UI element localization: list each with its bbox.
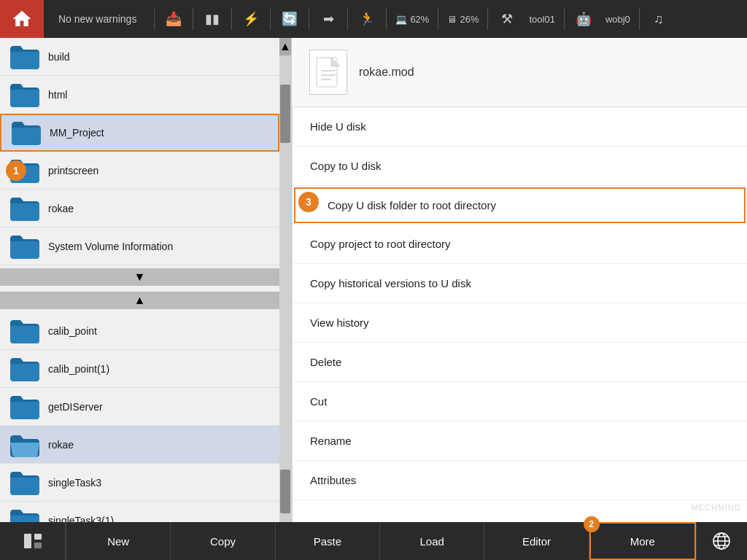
cpu-stat: 💻 62% <box>390 14 435 25</box>
folder-open-icon <box>9 432 39 457</box>
separator7 <box>386 8 387 30</box>
list-item[interactable]: getDIServer <box>0 388 279 426</box>
copy-label: Copy <box>210 535 236 548</box>
folder-icon <box>9 470 39 495</box>
context-menu: Hide U disk Copy to U disk 3 Copy U disk… <box>292 107 747 560</box>
menu-item-rename[interactable]: Rename <box>293 421 747 461</box>
list-item[interactable]: System Volume Information <box>0 228 279 265</box>
separator <box>154 8 155 30</box>
scroll-up-mid[interactable]: ▲ <box>0 289 279 312</box>
list-item-mm-project[interactable]: MM_Project <box>0 114 279 152</box>
folder-icon <box>9 357 39 381</box>
forward-icon[interactable]: 🔄 <box>274 0 306 38</box>
folder-icon <box>9 196 39 221</box>
file-name: singleTask3 <box>48 477 101 489</box>
settings-icon[interactable]: ⚒ <box>491 0 523 38</box>
bottom-toolbar: New Copy Paste Load Editor 2 More <box>0 522 747 560</box>
arrow-icon[interactable]: ➡ <box>312 0 344 38</box>
badge-3: 3 <box>298 192 319 212</box>
file-name: build <box>48 51 70 63</box>
svg-rect-5 <box>34 534 42 540</box>
list-item[interactable]: rokae <box>0 190 279 228</box>
menu-item-copy-udisk[interactable]: Copy to U disk <box>293 147 747 186</box>
new-label: New <box>107 535 129 548</box>
list-item[interactable]: calib_point <box>0 312 279 350</box>
main-content: 1 ▲ build html MM_ <box>0 38 747 560</box>
separator2 <box>193 8 193 30</box>
separator4 <box>270 8 271 30</box>
list-item[interactable]: build <box>0 38 279 76</box>
menu-item-view-history[interactable]: View history <box>293 303 747 343</box>
folder-icon <box>9 44 39 69</box>
copy-button[interactable]: Copy <box>171 522 275 560</box>
preview-filename: rokae.mod <box>359 66 414 79</box>
separator6 <box>347 8 348 30</box>
menu-item-hide-udisk[interactable]: Hide U disk <box>293 107 747 147</box>
run-icon[interactable]: 🏃 <box>351 0 383 38</box>
file-name: rokae <box>48 203 74 214</box>
file-name: calib_point <box>48 325 97 337</box>
editor-label: Editor <box>522 535 551 548</box>
folder-icon <box>9 319 39 343</box>
badge-2: 2 <box>584 516 600 532</box>
home-button[interactable] <box>0 0 44 38</box>
panel-toggle-icon[interactable] <box>0 522 66 560</box>
folder-icon <box>10 120 41 145</box>
more-button[interactable]: 2 More <box>589 522 696 560</box>
file-name: printscreen <box>48 165 98 176</box>
menu-item-delete[interactable]: Delete <box>293 343 747 382</box>
menu-item-copy-historical[interactable]: Copy historical versions to U disk <box>293 264 747 303</box>
folder-icon <box>9 394 39 419</box>
download-icon[interactable]: 📥 <box>158 0 190 38</box>
globe-icon[interactable] <box>696 522 747 560</box>
editor-button[interactable]: Editor <box>484 522 589 560</box>
list-item[interactable]: html <box>0 76 279 114</box>
paste-button[interactable]: Paste <box>276 522 380 560</box>
list-item[interactable]: calib_point(1) <box>0 350 279 388</box>
menu-item-copy-udisk-root[interactable]: Copy U disk folder to root directory <box>294 187 746 223</box>
separator3 <box>231 8 232 30</box>
scroll-down-mid[interactable]: ▼ <box>0 265 279 289</box>
file-name: calib_point(1) <box>48 363 109 375</box>
tool-stat: tool01 <box>523 14 560 25</box>
power-icon[interactable]: ⚡ <box>235 0 267 38</box>
mem-stat: 🖥 26% <box>441 14 484 25</box>
pause-icon[interactable]: ▮▮ <box>196 0 228 38</box>
separator10 <box>564 8 565 30</box>
scroll-thumb-bottom[interactable] <box>280 470 290 513</box>
robot-icon[interactable]: 🤖 <box>568 0 600 38</box>
menu-item-copy-project-root[interactable]: Copy project to root directory <box>293 225 747 264</box>
file-panel: 1 ▲ build html MM_ <box>0 38 292 560</box>
load-button[interactable]: Load <box>380 522 484 560</box>
load-label: Load <box>419 535 444 548</box>
list-item[interactable]: printscreen <box>0 152 279 190</box>
menu-item-cut[interactable]: Cut <box>293 382 747 421</box>
folder-icon <box>9 234 39 259</box>
list-item[interactable]: singleTask3 <box>0 464 279 502</box>
wobj-stat: wobj0 <box>600 14 636 25</box>
separator9 <box>487 8 488 30</box>
scroll-thumb-top[interactable] <box>280 85 290 143</box>
paste-label: Paste <box>314 535 341 548</box>
badge-1: 1 <box>6 160 26 181</box>
warning-text: No new warnings <box>44 13 151 25</box>
more-label: More <box>630 535 655 548</box>
separator11 <box>639 8 640 30</box>
file-name: html <box>48 89 67 101</box>
music-icon[interactable]: ♫ <box>643 0 675 38</box>
separator5 <box>309 8 309 30</box>
file-preview: rokae.mod <box>292 38 747 107</box>
watermark: MECHMIND <box>659 493 747 522</box>
file-name: rokae <box>48 439 74 451</box>
topbar: No new warnings 📥 ▮▮ ⚡ 🔄 ➡ 🏃 💻 62% 🖥 26%… <box>0 0 747 38</box>
separator8 <box>438 8 438 30</box>
list-item-rokae-open[interactable]: rokae <box>0 426 279 464</box>
folder-icon <box>9 82 39 107</box>
file-icon <box>309 50 347 95</box>
scroll-up-top[interactable]: ▲ <box>279 38 291 55</box>
file-name: System Volume Information <box>48 241 173 252</box>
svg-rect-4 <box>24 534 31 548</box>
file-name: getDIServer <box>48 401 103 413</box>
new-button[interactable]: New <box>66 522 171 560</box>
svg-rect-6 <box>34 542 42 548</box>
